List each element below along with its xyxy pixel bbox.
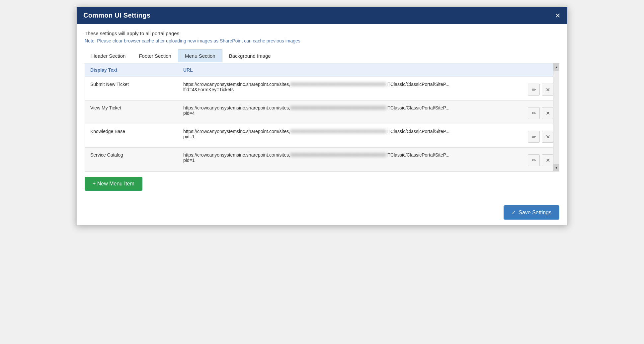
edit-button[interactable]: ✏ [528, 107, 540, 119]
modal-title: Common UI Settings [83, 12, 150, 19]
cell-url: https://crowcanyonsystemsinc.sharepoint.… [178, 124, 523, 148]
tab-background-image[interactable]: Background Image [222, 49, 278, 62]
cell-url: https://crowcanyonsystemsinc.sharepoint.… [178, 101, 523, 124]
cell-url: https://crowcanyonsystemsinc.sharepoint.… [178, 148, 523, 171]
tab-menu-section[interactable]: Menu Section [178, 49, 222, 62]
description-text: These settings will apply to all portal … [85, 31, 559, 36]
new-menu-item-button[interactable]: + New Menu Item [85, 177, 142, 191]
edit-button[interactable]: ✏ [528, 154, 540, 166]
cell-url: https://crowcanyonsystemsinc.sharepoint.… [178, 77, 523, 101]
col-display-text: Display Text [85, 63, 178, 77]
table-header-row: Display Text URL [85, 63, 559, 77]
scroll-up-arrow[interactable]: ▲ [553, 63, 559, 71]
table-row: Submit New Tickethttps://crowcanyonsyste… [85, 77, 559, 101]
save-settings-label: Save Settings [519, 210, 551, 216]
save-checkmark-icon: ✓ [512, 209, 516, 216]
table-row: Knowledge Basehttps://crowcanyonsystemsi… [85, 124, 559, 148]
cell-display-text: View My Ticket [85, 101, 178, 124]
modal-footer: ✓ Save Settings [77, 200, 567, 225]
tabs-container: Header Section Footer Section Menu Secti… [85, 49, 559, 62]
table-row: View My Tickethttps://crowcanyonsystemsi… [85, 101, 559, 124]
scroll-down-arrow[interactable]: ▼ [553, 164, 559, 171]
edit-button[interactable]: ✏ [528, 84, 540, 96]
table-scroll-wrapper: Display Text URL Submit New Tickethttps:… [85, 63, 559, 171]
table-scrollbar[interactable]: ▲ ▼ [553, 63, 559, 171]
menu-items-table: Display Text URL Submit New Tickethttps:… [85, 63, 559, 171]
modal-body: These settings will apply to all portal … [77, 24, 567, 200]
menu-table-container: Display Text URL Submit New Tickethttps:… [85, 63, 559, 172]
delete-button[interactable]: ✕ [542, 107, 554, 119]
delete-button[interactable]: ✕ [542, 84, 554, 96]
tab-footer-section[interactable]: Footer Section [132, 49, 178, 62]
delete-button[interactable]: ✕ [542, 154, 554, 166]
new-menu-area: + New Menu Item [85, 172, 559, 193]
cell-display-text: Submit New Ticket [85, 77, 178, 101]
delete-button[interactable]: ✕ [542, 131, 554, 143]
note-text: Note: Please clear browser cache after u… [85, 38, 559, 43]
tab-header-section[interactable]: Header Section [85, 49, 132, 62]
modal-header: Common UI Settings ✕ [77, 7, 567, 24]
cell-display-text: Knowledge Base [85, 124, 178, 148]
cell-display-text: Service Catalog [85, 148, 178, 171]
edit-button[interactable]: ✏ [528, 131, 540, 143]
save-settings-button[interactable]: ✓ Save Settings [504, 205, 559, 220]
modal-close-button[interactable]: ✕ [555, 12, 561, 19]
table-row: Service Cataloghttps://crowcanyonsystems… [85, 148, 559, 171]
tab-menu-section-wrapper: Menu Section [178, 49, 222, 62]
col-url: URL [178, 63, 523, 77]
modal-container: Common UI Settings ✕ These settings will… [76, 7, 568, 225]
